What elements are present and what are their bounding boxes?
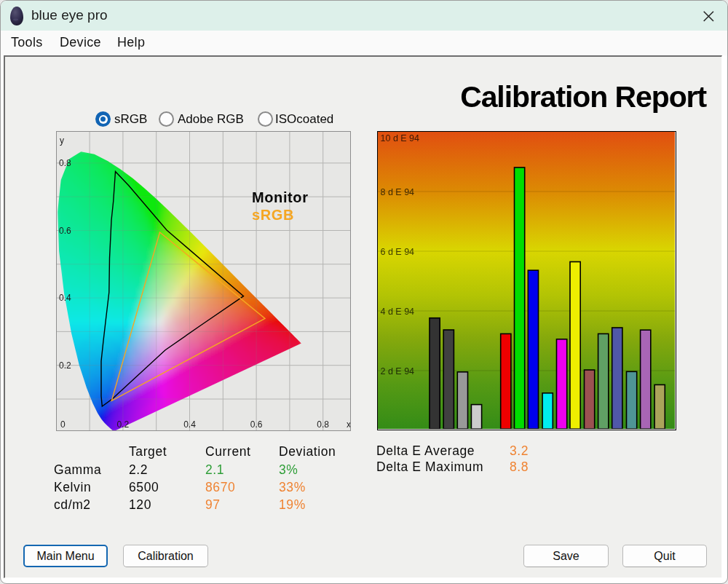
svg-text:0.2: 0.2 [117,419,130,430]
svg-text:0.6: 0.6 [59,226,71,236]
svg-text:x: x [347,419,350,430]
svg-text:0.6: 0.6 [250,419,263,430]
svg-text:0.4: 0.4 [183,419,196,430]
svg-text:8 d E 94: 8 d E 94 [381,187,415,197]
svg-text:2 d E 94: 2 d E 94 [381,366,415,376]
svg-text:10 d E 94: 10 d E 94 [381,133,420,143]
svg-text:0: 0 [60,419,66,430]
svg-text:6 d E 94: 6 d E 94 [381,247,415,257]
svg-text:0.4: 0.4 [59,293,71,303]
svg-text:0.2: 0.2 [59,360,71,371]
svg-text:4 d E 94: 4 d E 94 [381,307,415,317]
svg-text:0.8: 0.8 [59,158,71,168]
svg-text:y: y [60,135,64,146]
svg-text:0.8: 0.8 [317,419,329,430]
